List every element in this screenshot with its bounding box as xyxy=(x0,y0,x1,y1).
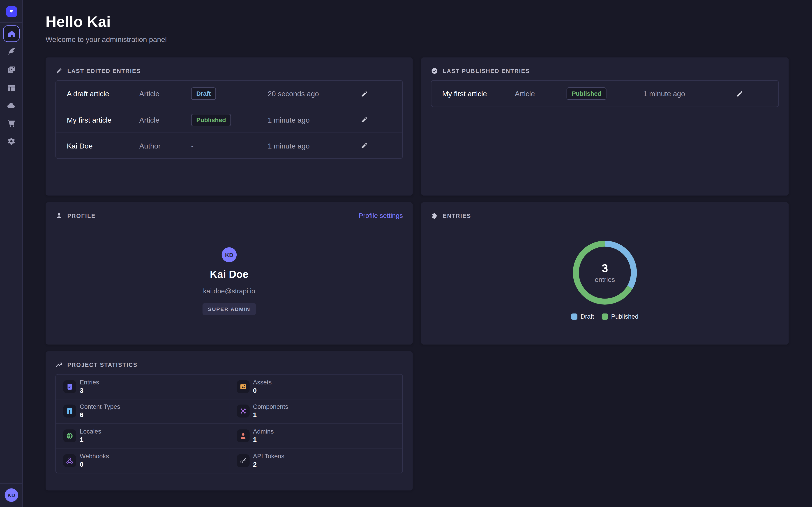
sidebar-divider-top xyxy=(0,22,23,23)
stat-assets: Assets0 xyxy=(229,375,402,399)
trend-up-icon xyxy=(55,361,63,369)
panel-entries-chart: ENTRIES 3 entries xyxy=(421,202,789,344)
person-icon xyxy=(55,212,63,219)
entries-chart: 3 entries Draft Published xyxy=(431,239,779,320)
table-row[interactable]: A draft article Article Draft 20 seconds… xyxy=(56,81,402,107)
entry-name: My first article xyxy=(442,90,515,98)
stat-label: Assets xyxy=(253,379,272,386)
pencil-icon xyxy=(360,116,368,123)
stat-label: Locales xyxy=(80,428,101,435)
panel-last-edited-entries: LAST EDITED ENTRIES A draft article Arti… xyxy=(46,57,413,195)
sidebar-item-settings[interactable] xyxy=(7,136,16,146)
entry-type: Author xyxy=(139,142,191,150)
panel-header: PROFILE xyxy=(55,211,403,220)
stat-locales: Locales1 xyxy=(56,424,229,448)
entry-type: Article xyxy=(139,90,191,98)
page-title: Hello Kai xyxy=(46,12,789,31)
legend-item-draft: Draft xyxy=(571,313,594,320)
panel-header: LAST EDITED ENTRIES xyxy=(55,66,403,75)
panel-header: ENTRIES xyxy=(431,211,779,220)
edit-entry-button[interactable] xyxy=(360,115,370,124)
entry-name: My first article xyxy=(67,116,139,124)
sidebar-item-content-manager[interactable] xyxy=(7,47,16,56)
entry-status-empty: - xyxy=(191,142,268,150)
panel-title: ENTRIES xyxy=(443,213,471,219)
document-icon xyxy=(63,380,76,393)
image-icon xyxy=(236,380,249,393)
status-badge: Published xyxy=(567,88,607,100)
media-library-icon xyxy=(7,65,16,74)
stat-value: 1 xyxy=(80,436,101,444)
strapi-logo[interactable] xyxy=(6,6,17,17)
pencil-icon xyxy=(360,90,368,97)
status-badge: Draft xyxy=(191,88,216,100)
layout-icon xyxy=(63,405,76,417)
pencil-icon xyxy=(736,90,744,97)
sidebar-item-marketplace[interactable] xyxy=(7,118,16,128)
entries-table: A draft article Article Draft 20 seconds… xyxy=(55,80,403,159)
chart-legend: Draft Published xyxy=(571,313,639,320)
stat-components: Components1 xyxy=(229,399,402,424)
table-row[interactable]: My first article Article Published 1 min… xyxy=(432,81,778,107)
profile-settings-link[interactable]: Profile settings xyxy=(359,212,403,219)
panel-title: LAST EDITED ENTRIES xyxy=(67,68,141,74)
profile-email: kai.doe@strapi.io xyxy=(203,287,255,295)
legend-item-published: Published xyxy=(602,313,638,320)
stat-label: Content-Types xyxy=(80,403,120,410)
legend-label: Published xyxy=(611,313,639,320)
legend-label: Draft xyxy=(580,313,594,320)
strapi-logo-icon xyxy=(8,8,15,15)
panel-project-statistics: PROJECT STATISTICS Entries3 Assets0 xyxy=(46,351,413,491)
profile-body: KD Kai Doe kai.doe@strapi.io SUPER ADMIN xyxy=(55,247,403,315)
donut-center: 3 entries xyxy=(571,239,638,306)
sidebar-item-media-library[interactable] xyxy=(7,65,16,74)
panel-profile: PROFILE Profile settings KD Kai Doe kai.… xyxy=(46,202,413,344)
sidebar-item-cloud[interactable] xyxy=(7,101,16,110)
status-badge: Published xyxy=(191,114,231,126)
pencil-icon xyxy=(360,142,368,150)
profile-name: Kai Doe xyxy=(210,269,248,281)
sidebar-item-home[interactable] xyxy=(3,25,19,42)
panel-title: PROJECT STATISTICS xyxy=(67,362,137,368)
pencil-icon xyxy=(55,67,63,74)
stat-label: API Tokens xyxy=(253,452,285,460)
role-badge: SUPER ADMIN xyxy=(202,303,256,315)
entry-time: 1 minute ago xyxy=(268,142,360,150)
cloud-icon xyxy=(7,101,16,110)
entries-table: My first article Article Published 1 min… xyxy=(431,80,779,107)
table-row[interactable]: Kai Doe Author - 1 minute ago xyxy=(56,132,402,158)
avatar: KD xyxy=(222,247,237,262)
edit-entry-button[interactable] xyxy=(360,141,370,150)
components-icon xyxy=(236,405,249,417)
table-row[interactable]: My first article Article Published 1 min… xyxy=(56,107,402,132)
stat-admins: Admins1 xyxy=(229,424,402,448)
panel-title: PROFILE xyxy=(67,213,96,219)
stat-value: 3 xyxy=(80,386,99,395)
stat-value: 2 xyxy=(253,460,285,469)
sidebar-divider-bottom xyxy=(0,483,23,484)
home-icon xyxy=(7,29,16,38)
entry-type: Article xyxy=(515,90,567,98)
page-subtitle: Welcome to your administration panel xyxy=(46,35,789,44)
legend-swatch-published xyxy=(602,314,608,320)
entry-name: A draft article xyxy=(67,90,139,98)
entry-time: 1 minute ago xyxy=(643,90,736,98)
panel-header: PROJECT STATISTICS xyxy=(55,360,403,369)
stat-content-types: Content-Types6 xyxy=(56,399,229,424)
edit-entry-button[interactable] xyxy=(360,89,370,98)
stat-value: 6 xyxy=(80,411,120,419)
stat-api-tokens: API Tokens2 xyxy=(229,448,402,473)
stat-label: Webhooks xyxy=(80,452,109,460)
sidebar-user-avatar[interactable]: KD xyxy=(5,488,18,502)
feather-icon xyxy=(7,47,16,56)
entry-type: Article xyxy=(139,116,191,124)
stat-label: Admins xyxy=(253,428,274,435)
edit-entry-button[interactable] xyxy=(736,89,745,98)
sidebar-item-content-type-builder[interactable] xyxy=(7,83,16,93)
check-circle-icon xyxy=(431,67,438,74)
stat-value: 1 xyxy=(253,436,274,444)
entry-name: Kai Doe xyxy=(67,142,139,150)
entry-time: 1 minute ago xyxy=(268,116,360,124)
stat-value: 1 xyxy=(253,411,288,419)
stat-label: Entries xyxy=(80,379,99,386)
